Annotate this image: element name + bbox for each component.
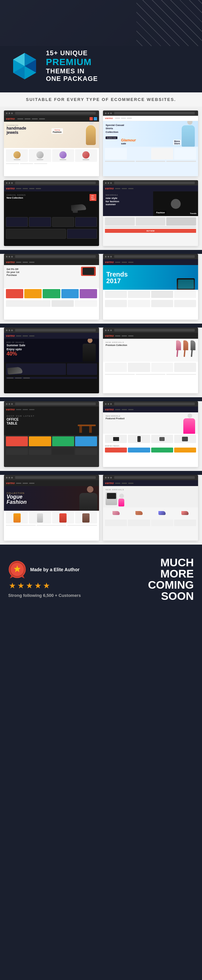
stars-row: ★ ★ ★ ★ ★ bbox=[9, 581, 80, 590]
elite-badge-icon bbox=[8, 560, 26, 579]
star-1: ★ bbox=[9, 581, 16, 590]
theme-card-1[interactable]: varmo HANDMADE handmadejewels bbox=[4, 110, 99, 176]
theme-card-3[interactable]: varmo CASUAL SHOES New Collection 30%ALL… bbox=[4, 180, 99, 246]
star-4: ★ bbox=[35, 581, 42, 590]
star-5: ★ bbox=[43, 581, 50, 590]
coming-soon-line1: MUCH bbox=[148, 557, 194, 568]
theme-card-8[interactable]: varmo New Arrivals Premium Collection bbox=[103, 328, 198, 393]
star-3: ★ bbox=[26, 581, 33, 590]
coming-soon-block: MUCH MORE COMING SOON bbox=[148, 557, 194, 601]
theme-grid-row5: varmo Shop Our Latest OFFICETABLE bbox=[0, 401, 202, 471]
header-line1: 15+ UNIQUE bbox=[46, 49, 98, 57]
elite-author-text: Made by a Elite Author bbox=[30, 567, 79, 572]
subtitle-text: SUITABLE FOR EVERY TYPE OF ECOMMERCE WEB… bbox=[26, 97, 176, 102]
coming-soon-line2: MORE bbox=[148, 568, 194, 579]
theme-card-10[interactable]: varmo New Arrivals Featured Product bbox=[103, 401, 198, 467]
footer-section: Made by a Elite Author ★ ★ ★ ★ ★ Strong … bbox=[0, 549, 202, 610]
theme-card-5[interactable]: varmo Get 5% OffOn your 1stPurchase bbox=[4, 254, 99, 320]
header-line2: PREMIUM bbox=[46, 57, 98, 67]
theme-grid-row2: varmo CASUAL SHOES New Collection 30%ALL… bbox=[0, 180, 202, 250]
theme-card-11[interactable]: varmo Collection Vogue Fashion bbox=[4, 475, 99, 541]
theme-grid-row4: varmo End Of Season Summer SaleEnjoy upt… bbox=[0, 328, 202, 397]
theme-card-9[interactable]: varmo Shop Our Latest OFFICETABLE bbox=[4, 401, 99, 467]
customers-text: Strong following 6,500 + Customers bbox=[8, 593, 80, 598]
header-line4: ONE PACKAGE bbox=[46, 75, 98, 83]
theme-grid-row3: varmo Get 5% OffOn your 1stPurchase bbox=[0, 254, 202, 324]
coming-soon-line3: COMING bbox=[148, 579, 194, 590]
header-line3: THEMES IN bbox=[46, 67, 98, 75]
theme-card-7[interactable]: varmo End Of Season Summer SaleEnjoy upt… bbox=[4, 328, 99, 393]
star-2: ★ bbox=[17, 581, 25, 590]
coming-soon-line4: SOON bbox=[148, 590, 194, 601]
logo-icon bbox=[10, 51, 39, 81]
header-text-block: 15+ UNIQUE PREMIUM THEMES IN ONE PACKAGE bbox=[46, 49, 98, 83]
elite-badge: Made by a Elite Author bbox=[8, 560, 80, 579]
footer-left: Made by a Elite Author ★ ★ ★ ★ ★ Strong … bbox=[8, 560, 80, 598]
theme-card-6[interactable]: varmo Trends 2017 bbox=[103, 254, 198, 320]
theme-card-2[interactable]: varmo Special CasualShirtsCollection Exp… bbox=[103, 110, 198, 176]
theme-grid-row6: varmo Collection Vogue Fashion bbox=[0, 475, 202, 544]
subtitle-bar: SUITABLE FOR EVERY TYPE OF ECOMMERCE WEB… bbox=[0, 92, 202, 107]
header-hero: 15+ UNIQUE PREMIUM THEMES IN ONE PACKAGE bbox=[0, 46, 202, 92]
theme-grid: varmo HANDMADE handmadejewels bbox=[0, 107, 202, 180]
theme-card-12[interactable]: varmo New Arrivals bbox=[103, 475, 198, 541]
theme-card-4[interactable]: varmo new arrivals new stylefor fashions… bbox=[103, 180, 198, 246]
